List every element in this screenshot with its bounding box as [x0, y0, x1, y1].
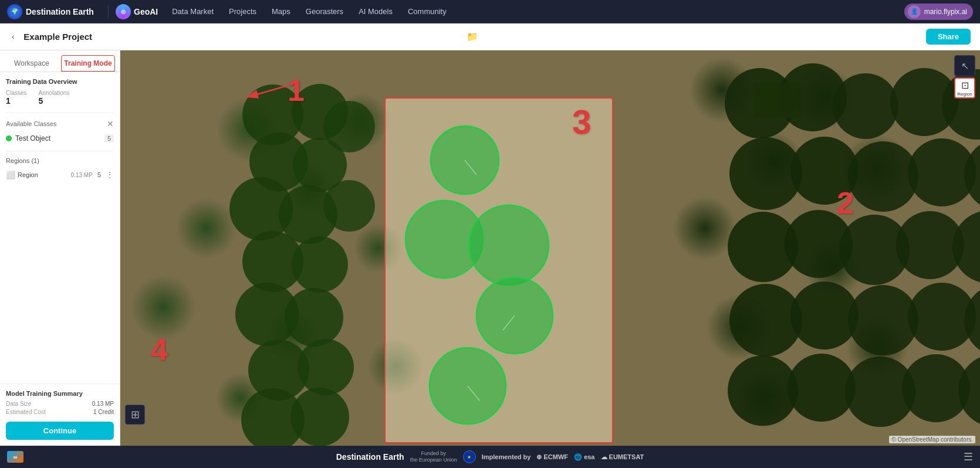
svg-point-46 [430, 348, 506, 424]
back-arrow-icon: ‹ [12, 32, 14, 41]
estimated-cost-value: 1 Credit [93, 409, 114, 415]
divider-1 [6, 113, 114, 113]
nav-projects[interactable]: Projects [222, 5, 263, 18]
annotations-stat: Annotations 5 [39, 90, 70, 106]
main-layout: Workspace Training Mode Training Data Ov… [0, 50, 980, 446]
eu-flag-icon: ★ [463, 450, 476, 463]
geoai-brand[interactable]: ◎ GeoAI [116, 4, 158, 19]
bottom-bar: ∞ Destination Earth Funded bythe Europea… [0, 446, 980, 468]
svg-point-43 [405, 201, 483, 278]
class-item-test-object[interactable]: Test Object 5 [6, 132, 114, 145]
bottom-logo: ∞ [7, 451, 23, 463]
geoai-text: GeoAI [134, 7, 158, 16]
model-summary-title: Model Training Summary [6, 390, 114, 397]
region-menu-icon[interactable]: ⋮ [106, 170, 114, 179]
region-size: 0.13 MP [71, 172, 93, 178]
user-menu[interactable]: 👤 mario.flypix.ai [904, 4, 973, 20]
svg-point-42 [431, 126, 499, 194]
sidebar: Workspace Training Mode Training Data Ov… [0, 50, 120, 446]
hamburger-icon[interactable]: ☰ [964, 450, 973, 463]
tab-training-mode[interactable]: Training Mode [61, 55, 115, 72]
sidebar-tabs: Workspace Training Mode [0, 50, 120, 72]
project-navigation: ‹ Example Project 📁 Share [0, 23, 980, 50]
esa-text: 🌐 esa [574, 453, 594, 461]
user-avatar: 👤 [908, 5, 921, 18]
ecmwf-text: ⊕ ECMWF [536, 453, 568, 461]
de-brand-text: Destination Earth [26, 7, 94, 16]
training-data-overview-title: Training Data Overview [6, 78, 114, 85]
nav-data-market[interactable]: Data Market [165, 5, 221, 18]
user-name: mario.flypix.ai [924, 8, 967, 16]
region-count: 5 [97, 171, 101, 178]
svg-line-48 [468, 386, 479, 401]
destination-earth-logo[interactable]: 🌍 Destination Earth [7, 4, 101, 19]
nav-maps[interactable]: Maps [265, 5, 298, 18]
classes-stat: Classes 1 [6, 90, 27, 106]
cursor-tool-button[interactable]: ↖ [954, 55, 975, 76]
region-item[interactable]: ⬜ Region 0.13 MP 5 ⋮ [6, 168, 114, 182]
available-classes-header: Available Classes ✕ [6, 119, 114, 128]
available-classes-label: Available Classes [6, 120, 57, 127]
region-name: Region [18, 171, 69, 178]
nav-community[interactable]: Community [401, 5, 454, 18]
region-icon: ⬜ [6, 171, 15, 179]
sidebar-content: Training Data Overview Classes 1 Annotat… [0, 72, 120, 384]
classes-label: Classes [6, 90, 27, 96]
cursor-icon: ↖ [961, 60, 969, 72]
data-size-label: Data Size [6, 401, 31, 407]
nav-links: Data Market Projects Maps Georasters AI … [165, 5, 899, 18]
stats-row: Classes 1 Annotations 5 [6, 90, 114, 106]
annotations-label: Annotations [39, 90, 70, 96]
map-area[interactable]: 1 2 3 4 ↖ ⊡ Region [120, 50, 980, 446]
svg-line-47 [465, 160, 477, 175]
project-title: Example Project [23, 32, 457, 42]
nav-divider [108, 5, 109, 19]
divider-2 [6, 151, 114, 151]
data-size-row: Data Size 0.13 MP [6, 401, 114, 407]
layers-icon: ⊞ [131, 408, 140, 421]
region-tool-icon: ⊡ [961, 80, 969, 91]
footer-brand-text: Destination Earth [336, 452, 404, 462]
estimated-cost-row: Estimated Cost 1 Credit [6, 409, 114, 415]
classes-value: 1 [6, 96, 27, 106]
implemented-by-text: Implemented by [482, 453, 531, 460]
annotation-circles [386, 99, 612, 442]
layers-button[interactable]: ⊞ [125, 405, 145, 425]
bottom-right: ☰ [964, 450, 973, 463]
estimated-cost-label: Estimated Cost [6, 409, 46, 415]
regions-label: Regions (1) [6, 157, 39, 164]
regions-header: Regions (1) [6, 157, 114, 164]
eumetsat-text: ☁ EUMETSAT [601, 453, 644, 461]
svg-line-49 [503, 316, 515, 330]
svg-point-45 [477, 277, 553, 354]
osm-attribution: © OpenStreetMap contributors. [889, 436, 975, 443]
nav-georasters[interactable]: Georasters [299, 5, 350, 18]
share-button[interactable]: Share [926, 29, 971, 45]
funded-text: Funded bythe European Union [410, 450, 457, 463]
folder-icon[interactable]: 📁 [467, 31, 478, 42]
data-size-value: 0.13 MP [92, 401, 114, 407]
class-color-dot [6, 135, 12, 141]
nav-ai-models[interactable]: AI Models [352, 5, 400, 18]
map-tools: ↖ ⊡ Region [954, 55, 975, 99]
annotations-value: 5 [39, 96, 70, 106]
close-icon[interactable]: ✕ [107, 119, 114, 128]
class-count: 5 [104, 134, 114, 143]
geoai-icon: ◎ [116, 4, 131, 19]
svg-point-44 [469, 205, 549, 285]
back-button[interactable]: ‹ [9, 30, 16, 43]
continue-button[interactable]: Continue [6, 422, 114, 440]
sidebar-bottom: Model Training Summary Data Size 0.13 MP… [0, 384, 120, 446]
region-tool-label: Region [957, 91, 972, 97]
bottom-center: Destination Earth Funded bythe European … [336, 450, 644, 463]
infinity-icon: ∞ [7, 451, 23, 463]
top-navigation: 🌍 Destination Earth ◎ GeoAI Data Market … [0, 0, 980, 23]
class-name: Test Object [15, 134, 101, 143]
de-logo-icon: 🌍 [7, 4, 22, 19]
region-tool-button[interactable]: ⊡ Region [954, 77, 975, 99]
training-region-box[interactable] [384, 97, 613, 443]
tab-workspace[interactable]: Workspace [5, 55, 59, 72]
